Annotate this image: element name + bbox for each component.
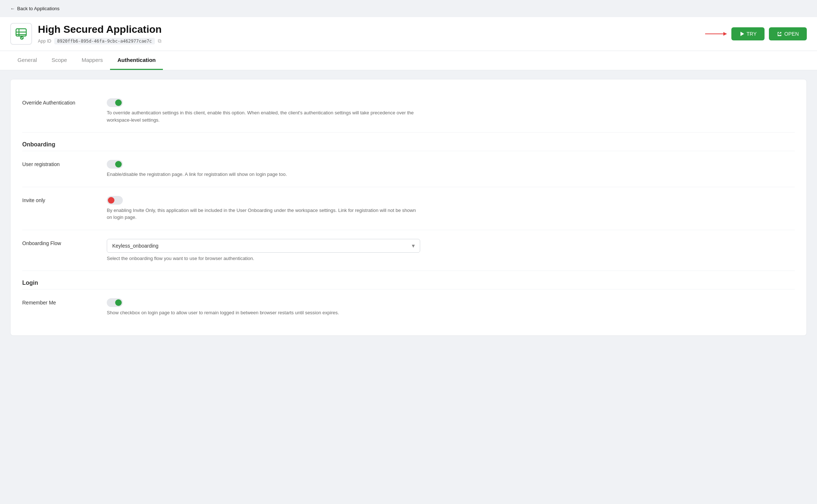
onboarding-section-row: Onboarding [22, 133, 795, 151]
svg-marker-7 [740, 32, 744, 36]
main-content: Override Authentication To override auth… [0, 70, 817, 344]
app-id-value: 8920ffb6-895d-46fa-9cbc-a462977cae7c [54, 38, 155, 44]
invite-only-description: By enabling Invite Only, this applicatio… [107, 207, 420, 221]
remember-me-thumb [115, 299, 122, 306]
copy-icon[interactable]: ⧉ [158, 38, 161, 44]
settings-card: Override Authentication To override auth… [10, 79, 807, 336]
invite-only-toggle[interactable] [107, 196, 123, 205]
try-play-icon [739, 31, 744, 36]
invite-only-toggle-wrapper [107, 196, 795, 205]
remember-me-row: Remember Me Show checkbox on login page … [22, 290, 795, 325]
app-icon-svg [15, 27, 28, 40]
invite-only-thumb [108, 197, 114, 204]
user-registration-control: Enable/disable the registration page. A … [107, 160, 795, 178]
onboarding-flow-select-wrapper: Keyless_onboarding Standard_onboarding C… [107, 239, 420, 253]
back-arrow-icon: ← [10, 6, 15, 11]
remember-me-track [107, 298, 123, 307]
onboarding-flow-row: Onboarding Flow Keyless_onboarding Stand… [22, 230, 795, 271]
remember-me-toggle-wrapper [107, 298, 795, 307]
user-registration-description: Enable/disable the registration page. A … [107, 171, 420, 178]
tabs-bar: General Scope Mappers Authentication [0, 51, 817, 70]
override-auth-track [107, 98, 123, 107]
remember-me-label: Remember Me [22, 298, 95, 306]
user-registration-toggle[interactable] [107, 160, 123, 169]
override-auth-description: To override authentication settings in t… [107, 109, 420, 123]
onboarding-flow-description: Select the onboarding flow you want to u… [107, 255, 420, 262]
override-auth-toggle[interactable] [107, 98, 123, 107]
override-auth-toggle-wrapper [107, 98, 795, 107]
tab-authentication[interactable]: Authentication [110, 51, 163, 70]
remember-me-toggle[interactable] [107, 298, 123, 307]
app-id-row: App ID 8920ffb6-895d-46fa-9cbc-a462977ca… [38, 38, 699, 44]
tab-general[interactable]: General [10, 51, 44, 70]
invite-only-row: Invite only By enabling Invite Only, thi… [22, 187, 795, 230]
invite-only-label: Invite only [22, 196, 95, 203]
app-title-block: High Secured Application App ID 8920ffb6… [38, 23, 699, 44]
override-auth-row: Override Authentication To override auth… [22, 90, 795, 133]
override-auth-control: To override authentication settings in t… [107, 98, 795, 123]
svg-marker-6 [723, 32, 727, 36]
login-section-label: Login [22, 278, 95, 286]
remember-me-control: Show checkbox on login page to allow use… [107, 298, 795, 316]
onboarding-section-label: Onboarding [22, 140, 95, 148]
user-registration-label: User registration [22, 160, 95, 167]
user-registration-thumb [115, 161, 122, 168]
user-registration-track [107, 160, 123, 169]
app-header: High Secured Application App ID 8920ffb6… [0, 17, 817, 51]
invite-only-control: By enabling Invite Only, this applicatio… [107, 196, 795, 221]
remember-me-description: Show checkbox on login page to allow use… [107, 309, 420, 316]
try-button-arrow [705, 30, 727, 38]
login-section-row: Login [22, 271, 795, 290]
invite-only-track [107, 196, 123, 205]
app-icon [10, 23, 32, 45]
open-button[interactable]: OPEN [769, 27, 807, 40]
back-to-applications-link[interactable]: ← Back to Applications [0, 0, 817, 17]
tab-mappers[interactable]: Mappers [74, 51, 110, 70]
onboarding-flow-select[interactable]: Keyless_onboarding Standard_onboarding C… [107, 239, 420, 253]
header-actions: TRY OPEN [705, 27, 807, 40]
open-external-icon [777, 31, 782, 36]
app-id-label: App ID [38, 39, 51, 44]
try-button[interactable]: TRY [731, 27, 765, 40]
user-registration-toggle-wrapper [107, 160, 795, 169]
back-link-label: Back to Applications [17, 6, 59, 11]
user-registration-row: User registration Enable/disable the reg… [22, 151, 795, 187]
tab-scope[interactable]: Scope [44, 51, 74, 70]
override-auth-label: Override Authentication [22, 98, 95, 106]
onboarding-flow-label: Onboarding Flow [22, 239, 95, 246]
app-title: High Secured Application [38, 23, 699, 36]
override-auth-thumb [115, 99, 122, 106]
onboarding-flow-control: Keyless_onboarding Standard_onboarding C… [107, 239, 795, 262]
